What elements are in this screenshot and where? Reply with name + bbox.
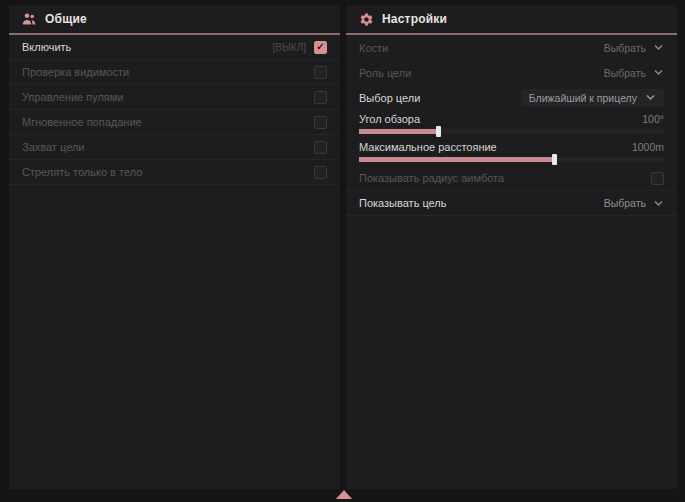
row-label: Включить	[22, 41, 71, 53]
fov-slider[interactable]	[359, 129, 664, 134]
row-label: Роль цели	[359, 67, 411, 79]
target-lock-checkbox[interactable]	[314, 141, 327, 154]
slider-fill	[359, 157, 554, 162]
chevron-down-icon	[645, 92, 656, 103]
row-instant-hit: Мгновенное попадание	[9, 110, 340, 135]
bones-dropdown[interactable]: Выбрать	[604, 42, 664, 54]
instant-hit-checkbox[interactable]	[314, 116, 327, 129]
chevron-down-icon	[653, 42, 664, 53]
row-label: Кости	[359, 42, 388, 54]
panel-settings: Настройки Кости Выбрать Роль цели Выбрат…	[345, 4, 678, 490]
panel-general-header[interactable]: Общие	[9, 5, 340, 33]
row-label: Мгновенное попадание	[22, 116, 142, 128]
row-target-lock: Захват цели	[9, 135, 340, 160]
visibility-check-checkbox[interactable]	[314, 66, 327, 79]
slider-fill	[359, 129, 438, 134]
row-show-target: Показывать цель Выбрать	[346, 191, 677, 216]
row-label: Угол обзора	[359, 113, 420, 125]
distance-slider[interactable]	[359, 157, 664, 162]
fov-value: 100°	[642, 113, 664, 125]
bullet-control-checkbox[interactable]	[314, 91, 327, 104]
row-label: Выбор цели	[359, 92, 420, 104]
row-label: Показывать цель	[359, 197, 447, 209]
enable-checkbox[interactable]: ✓	[314, 41, 327, 54]
app-background: { "colors": { "accent": "#d98f93", "acce…	[0, 0, 685, 502]
row-body-only: Стрелять только в тело	[9, 160, 340, 185]
row-label: Стрелять только в тело	[22, 166, 142, 178]
dropdown-value: Выбрать	[604, 67, 646, 79]
row-bullet-control: Управление пулями	[9, 85, 340, 110]
panel-title: Настройки	[382, 12, 447, 26]
row-bones: Кости Выбрать	[346, 35, 677, 60]
chevron-down-icon	[653, 198, 664, 209]
scroll-up-triangle[interactable]	[336, 490, 352, 499]
general-rows: Включить [ВЫКЛ] ✓ Проверка видимости Упр…	[9, 35, 340, 185]
hotkey-hint: [ВЫКЛ]	[273, 42, 306, 53]
chevron-down-icon	[653, 67, 664, 78]
check-icon: ✓	[316, 42, 324, 52]
row-label: Проверка видимости	[22, 66, 129, 78]
panel-title: Общие	[45, 12, 87, 26]
slider-handle[interactable]	[552, 154, 557, 165]
row-label: Захват цели	[22, 141, 84, 153]
row-label: Показывать радиус аимбота	[359, 172, 504, 184]
row-label: Максимальное расстояние	[359, 141, 497, 153]
slider-handle[interactable]	[436, 126, 441, 137]
row-enable: Включить [ВЫКЛ] ✓	[9, 35, 340, 60]
dropdown-value: Выбрать	[604, 197, 646, 209]
distance-slider-block: Максимальное расстояние 1000m	[346, 138, 677, 166]
distance-value: 1000m	[632, 141, 664, 153]
users-icon	[21, 11, 37, 27]
row-target-select: Выбор цели Ближайший к прицелу	[346, 85, 677, 110]
show-radius-checkbox[interactable]	[651, 172, 664, 185]
row-target-role: Роль цели Выбрать	[346, 60, 677, 85]
show-target-dropdown[interactable]: Выбрать	[604, 197, 664, 209]
panel-general: Общие Включить [ВЫКЛ] ✓ Проверка видимос…	[8, 4, 341, 490]
target-select-combo[interactable]: Ближайший к прицелу	[521, 89, 664, 107]
row-show-radius: Показывать радиус аимбота	[346, 166, 677, 191]
body-only-checkbox[interactable]	[314, 166, 327, 179]
row-label: Управление пулями	[22, 91, 124, 103]
settings-rows: Кости Выбрать Роль цели Выбрать Выбор це…	[346, 35, 677, 216]
dropdown-value: Выбрать	[604, 42, 646, 54]
fov-slider-block: Угол обзора 100°	[346, 110, 677, 138]
row-visibility-check: Проверка видимости	[9, 60, 340, 85]
combo-value: Ближайший к прицелу	[529, 92, 637, 104]
panel-settings-header[interactable]: Настройки	[346, 5, 677, 33]
target-role-dropdown[interactable]: Выбрать	[604, 67, 664, 79]
gear-icon	[358, 11, 374, 27]
